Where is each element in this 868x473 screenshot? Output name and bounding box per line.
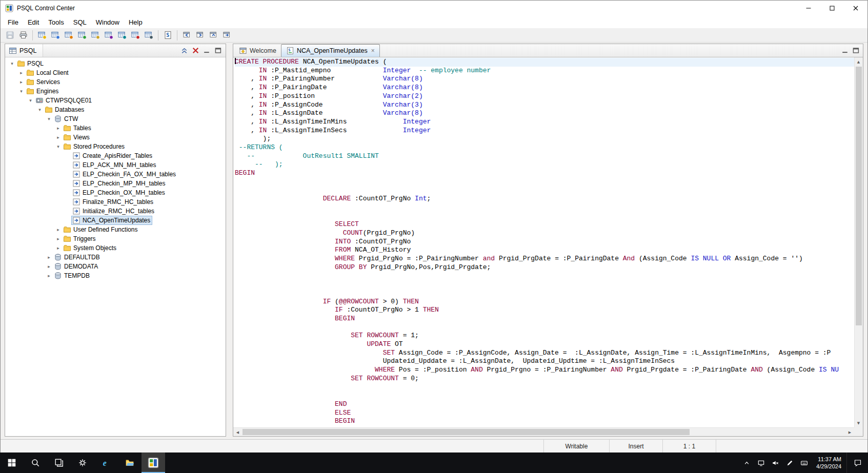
new-table-button[interactable]: [36, 29, 48, 42]
collapse-all-button[interactable]: [179, 46, 189, 55]
maximize-view-button[interactable]: [213, 46, 223, 55]
tree-item-psql[interactable]: ▾PSQL: [5, 59, 226, 68]
code-line-28[interactable]: [235, 289, 854, 298]
code-line-40[interactable]: [235, 392, 854, 400]
tree-item-databases[interactable]: ▾Databases: [5, 105, 226, 114]
code-line-35[interactable]: SET Assign_Code = :P_AssignCode, Assign_…: [235, 349, 854, 358]
code-line-24[interactable]: WHERE Prgid_PrgNo = :P_PairingNumber and…: [235, 255, 854, 263]
menu-sql[interactable]: SQL: [69, 17, 91, 28]
tree-item-services[interactable]: ▸Services: [5, 77, 226, 87]
expand-icon[interactable]: ▸: [54, 126, 62, 131]
menu-edit[interactable]: Edit: [23, 17, 44, 28]
tab-close-icon[interactable]: ×: [371, 48, 375, 54]
filter-table-button[interactable]: [103, 29, 115, 42]
code-line-22[interactable]: INTO :CountOT_PrgNo: [235, 238, 854, 246]
code-line-33[interactable]: SET ROWCOUNT = 1;: [235, 332, 854, 340]
minimize-editor-button[interactable]: [840, 46, 850, 55]
hidden-icons-button[interactable]: [739, 453, 754, 473]
find-table-button[interactable]: [49, 29, 62, 42]
internet-explorer-button[interactable]: e: [94, 453, 118, 473]
code-line-34[interactable]: UPDATE OT: [235, 340, 854, 349]
code-line-26[interactable]: [235, 272, 854, 281]
code-line-12[interactable]: -- OutResult1 SMALLINT: [235, 152, 854, 161]
code-line-23[interactable]: FROM NCA_OT_History: [235, 246, 854, 255]
close-button[interactable]: [844, 1, 867, 16]
code-line-9[interactable]: , IN :L_AssignTimeInSecs Integer: [235, 127, 854, 135]
code-line-42[interactable]: ELSE: [235, 409, 854, 418]
expand-icon[interactable]: ▸: [54, 227, 62, 232]
collapse-icon[interactable]: ▾: [45, 116, 53, 121]
expand-icon[interactable]: ▸: [54, 135, 62, 140]
tree-item-views[interactable]: ▸Views: [5, 133, 226, 142]
task-view-button[interactable]: [47, 453, 71, 473]
tree-item-create-apisrider-tables[interactable]: Create_ApisRider_Tables: [5, 151, 226, 160]
code-line-25[interactable]: GROUP BY Prgid_PrgNo,Pos,Prgid_Prgdate;: [235, 263, 854, 272]
code-line-37[interactable]: WHERE Pos = :P_position AND Prgid_Prgno …: [235, 366, 854, 375]
code-line-32[interactable]: [235, 323, 854, 332]
collapse-icon[interactable]: ▾: [54, 144, 62, 149]
code-line-31[interactable]: BEGIN: [235, 315, 854, 323]
back-window-button[interactable]: [180, 29, 193, 42]
touch-keyboard-button[interactable]: [797, 453, 811, 473]
table-keys-button[interactable]: [89, 29, 102, 42]
volume-muted-button[interactable]: [768, 453, 782, 473]
code-line-7[interactable]: , IN :L_AssignDate Varchar(8): [235, 109, 854, 118]
menu-window[interactable]: Window: [91, 17, 124, 28]
scroll-up-button[interactable]: ▲: [854, 57, 863, 66]
code-line-11[interactable]: --RETURNS (: [235, 143, 854, 152]
tree-item-stored-procedures[interactable]: ▾Stored Procedures: [5, 142, 226, 151]
edit-table-button[interactable]: [63, 29, 75, 42]
explorer-view-tab[interactable]: PSQL: [5, 44, 43, 57]
tab-nca-opentimeupdates[interactable]: SNCA_OpenTimeUpdates×: [281, 44, 380, 57]
collapse-icon[interactable]: ▾: [8, 61, 16, 66]
code-line-17[interactable]: DECLARE :CountOT_PrgNo Int;: [235, 195, 854, 203]
tree-item-elp-ack-mn-mh-tables[interactable]: ELP_ACK_MN_MH_tables: [5, 160, 226, 170]
code-line-8[interactable]: , IN :L_AssignTimeInMins Integer: [235, 118, 854, 127]
code-line-5[interactable]: , IN :P_position Varchar(2): [235, 92, 854, 101]
menu-tools[interactable]: Tools: [44, 17, 68, 28]
scroll-left-button[interactable]: ◀: [233, 428, 242, 437]
psql-control-center-button[interactable]: [142, 453, 165, 473]
expand-icon[interactable]: ▸: [45, 264, 53, 269]
expand-icon[interactable]: ▸: [54, 236, 62, 241]
code-line-20[interactable]: SELECT: [235, 220, 854, 229]
horizontal-scroll-thumb[interactable]: [243, 429, 690, 435]
code-line-36[interactable]: Updateid_Upddate = :L_AssignDate, Update…: [235, 357, 854, 366]
restore-window-button[interactable]: [207, 29, 219, 42]
action-center-button[interactable]: [846, 453, 868, 473]
forward-window-button[interactable]: [194, 29, 206, 42]
search-button[interactable]: [24, 453, 47, 473]
tree-item-elp-checkin-ox-mh-tables[interactable]: ELP_Checkin_OX_MH_tables: [5, 188, 226, 197]
windows-ink-button[interactable]: [782, 453, 797, 473]
check-table-button[interactable]: [76, 29, 88, 42]
collapse-icon[interactable]: ▾: [17, 89, 25, 94]
file-explorer-button[interactable]: [118, 453, 142, 473]
code-line-15[interactable]: [235, 178, 854, 187]
tree-item-elp-checkin-mp-mh-tables[interactable]: ELP_Checkin_MP_MH_tables: [5, 179, 226, 188]
code-line-6[interactable]: , IN :P_AssignCode Varchar(3): [235, 101, 854, 110]
switch-window-button[interactable]: [220, 29, 233, 42]
tree-item-system-objects[interactable]: ▸System Objects: [5, 243, 226, 253]
code-line-2[interactable]: IN :P_Mastid_empno Integer -- employee n…: [235, 67, 854, 75]
code-line-10[interactable]: );: [235, 135, 854, 143]
code-line-27[interactable]: [235, 280, 854, 289]
start-button[interactable]: [0, 453, 24, 473]
code-line-1[interactable]: CREATE PROCEDURE NCA_OpenTimeUpdates (: [235, 58, 854, 67]
tree-item-elp-checkin-fa-ox-mh-tables[interactable]: ELP_Checkin_FA_OX_MH_tables: [5, 170, 226, 179]
tree-item-initialize-rmc-hc-tables[interactable]: Initialize_RMC_HC_tables: [5, 207, 226, 216]
menu-help[interactable]: Help: [124, 17, 147, 28]
code-line-21[interactable]: COUNT(Prgid_PrgNo): [235, 229, 854, 238]
tab-welcome[interactable]: Welcome: [234, 44, 281, 57]
minimize-view-button[interactable]: [202, 46, 212, 55]
print-button[interactable]: [17, 29, 29, 42]
tree-item-local-client[interactable]: ▸Local Client: [5, 68, 226, 77]
import-data-button[interactable]: [143, 29, 155, 42]
code-line-4[interactable]: , IN :P_PairingDate Varchar(8): [235, 84, 854, 92]
clock[interactable]: 11:37 AM 4/29/2024: [811, 453, 846, 473]
network-button[interactable]: [754, 453, 768, 473]
link-table-button[interactable]: [116, 29, 128, 42]
code-line-13[interactable]: -- );: [235, 160, 854, 169]
tree-item-ctwpsqlqe01[interactable]: ▾CTWPSQLQE01: [5, 96, 226, 105]
tree-item-defaultdb[interactable]: ▸DEFAULTDB: [5, 253, 226, 262]
code-line-29[interactable]: IF (@@ROWCOUNT > 0) THEN: [235, 298, 854, 306]
